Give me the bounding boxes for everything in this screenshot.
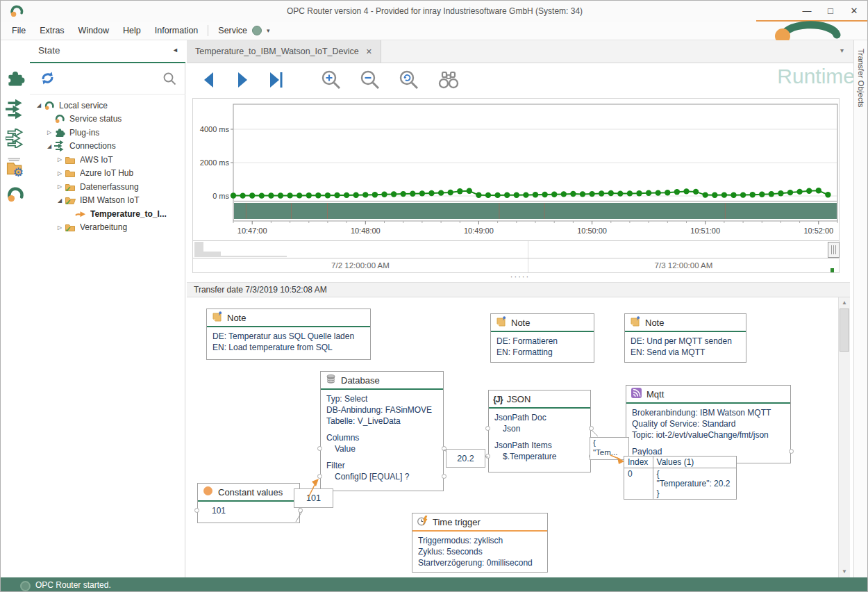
node-mqtt[interactable]: MqttBrokeranbindung: IBM Watson MQTTQual…	[626, 385, 791, 463]
expander-icon[interactable]: ◢	[55, 197, 65, 204]
node-body: DE: Temperatur aus SQL Quelle ladenEN: L…	[207, 327, 370, 356]
settings-module-icon[interactable]: ⚙	[6, 156, 25, 180]
scroll-down-icon[interactable]: ▼	[839, 566, 850, 577]
tree-item-connections[interactable]: ◢Connections	[30, 140, 185, 154]
zoom-out-icon[interactable]	[359, 69, 381, 91]
node-title: Database	[341, 375, 380, 386]
overview-position-marker	[831, 268, 834, 272]
node-header[interactable]: Note	[491, 314, 594, 332]
tree-item-datenerfassung[interactable]: ▷✓Datenerfassung	[30, 180, 185, 194]
menu-file[interactable]: File	[5, 22, 33, 40]
find-transfer-icon[interactable]	[437, 70, 460, 90]
transfer-objects-panel-tab[interactable]: Transfer Objects	[853, 40, 868, 577]
svg-text:✓: ✓	[65, 185, 72, 192]
node-header[interactable]: {J}JSON	[489, 390, 590, 409]
node-line: 101	[203, 505, 294, 516]
range-slider-handle[interactable]	[828, 242, 840, 258]
input-port[interactable]	[317, 474, 322, 479]
next-transfer-button[interactable]	[234, 71, 251, 89]
close-tab-icon[interactable]: ✕	[366, 47, 372, 56]
runtime-chart[interactable]: 0 ms2000 ms4000 ms10:47:0010:48:0010:49:…	[193, 99, 839, 241]
json-icon: {J}	[493, 394, 503, 404]
input-port[interactable]	[317, 446, 322, 451]
zoom-in-icon[interactable]	[320, 69, 342, 91]
last-transfer-button[interactable]	[267, 71, 285, 89]
node-note-load[interactable]: NoteDE: Temperatur aus SQL Quelle ladenE…	[206, 309, 371, 360]
tree-item-aws-iot[interactable]: ▷AWS IoT	[30, 153, 185, 167]
node-json[interactable]: {J}JSONJsonPath DocJsonJsonPath Items$.T…	[488, 390, 591, 472]
overview-date-right: 7/3 12:00:00 AM	[528, 258, 839, 272]
node-header[interactable]: Note	[207, 309, 370, 327]
search-icon[interactable]	[162, 71, 177, 89]
expander-icon[interactable]: ◢	[44, 143, 54, 149]
canvas-scrollbar[interactable]: ▲ ▼	[838, 297, 850, 577]
note-icon	[629, 315, 641, 329]
output-port[interactable]	[442, 474, 446, 479]
status-indicator-icon	[20, 581, 31, 591]
tree-item-temperature-to-i[interactable]: Temperature_to_I...	[30, 207, 185, 221]
node-line: Json	[494, 423, 585, 434]
menu-extras[interactable]: Extras	[33, 22, 71, 40]
node-header[interactable]: Time trigger	[412, 513, 547, 532]
node-database[interactable]: DatabaseTyp: SelectDB-Anbindung: FASinMO…	[320, 371, 444, 491]
input-port[interactable]	[194, 508, 199, 513]
output-port[interactable]	[589, 426, 594, 431]
node-header[interactable]: Note	[625, 314, 746, 332]
node-line: EN: Load temperature from SQL	[212, 342, 365, 353]
menu-separator	[208, 25, 208, 36]
input-port[interactable]	[485, 426, 490, 431]
time-range-selector[interactable]	[193, 240, 839, 258]
svg-text:⚙: ⚙	[13, 165, 24, 177]
expander-icon[interactable]: ▷	[55, 183, 65, 190]
transfers-module-icon[interactable]	[6, 99, 25, 122]
menu-window[interactable]: Window	[72, 22, 116, 40]
node-header[interactable]: Mqtt	[626, 386, 790, 404]
overview-histogram-bar	[203, 252, 221, 257]
node-note-send[interactable]: NoteDE: Und per MQTT sendenEN: Send via …	[624, 313, 746, 363]
menu-service[interactable]: Service ▾	[211, 26, 276, 35]
node-note-format[interactable]: NoteDE: FormatierenEN: Formatting	[490, 313, 594, 363]
menu-information[interactable]: Information	[148, 22, 206, 40]
folder-open-check-icon: ✓	[65, 195, 77, 206]
tab-temperature-transfer[interactable]: Temperature_to_IBM_Watson_IoT_Device ✕	[187, 40, 381, 63]
node-header[interactable]: Database	[321, 372, 443, 390]
overview-date-left: 7/2 12:00:00 AM	[193, 258, 528, 272]
output-port[interactable]	[298, 508, 303, 513]
templates-module-icon[interactable]	[6, 129, 25, 151]
tree-item-azure-iot-hub[interactable]: ▷Azure IoT Hub	[30, 167, 185, 181]
node-constant[interactable]: Constant values101	[197, 483, 300, 523]
plugins-module-icon[interactable]	[6, 69, 25, 91]
input-port[interactable]	[485, 454, 490, 459]
expander-icon[interactable]: ▷	[44, 129, 54, 135]
tree-item-verarbeitung[interactable]: ▷✓Verarbeitung	[30, 221, 185, 235]
tree-item-local-service[interactable]: ◢Local service	[30, 99, 185, 113]
node-line: Quality of Service: Standard	[632, 418, 785, 429]
node-title: Note	[645, 318, 664, 328]
inray-module-icon[interactable]	[6, 185, 25, 207]
tree-item-plug-ins[interactable]: ▷Plug-ins	[30, 126, 185, 140]
tab-strip: Temperature_to_IBM_Watson_IoT_Device ✕ ▾	[187, 40, 853, 63]
expander-icon[interactable]: ◢	[34, 102, 44, 108]
expander-icon[interactable]: ▷	[55, 170, 65, 176]
refresh-icon[interactable]	[38, 69, 57, 90]
tree-item-service-status[interactable]: Service status	[30, 113, 185, 126]
splitter-handle[interactable]: ·····	[187, 274, 853, 281]
expander-icon[interactable]: ▷	[55, 156, 65, 163]
scroll-up-icon[interactable]: ▲	[839, 297, 850, 308]
scrollbar-thumb[interactable]	[840, 309, 849, 352]
prev-transfer-button[interactable]	[201, 71, 217, 89]
node-trigger[interactable]: Time triggerTriggermodus: zyklischZyklus…	[412, 513, 548, 573]
node-header[interactable]: Constant values	[198, 484, 299, 502]
output-port[interactable]	[789, 449, 794, 454]
menu-help[interactable]: Help	[116, 22, 148, 40]
collapse-panel-icon[interactable]: ◄	[172, 47, 178, 54]
tree-item-ibm-watson-iot[interactable]: ◢✓IBM Watson IoT	[30, 194, 185, 208]
flow-diagram-canvas[interactable]: NoteDE: Temperatur aus SQL Quelle ladenE…	[187, 297, 838, 577]
database-icon	[325, 373, 337, 387]
node-line: $.Temperature	[494, 451, 585, 462]
tab-list-caret-icon[interactable]: ▾	[840, 47, 844, 54]
values-table-index: 0	[624, 468, 653, 500]
transfer-objects-label: Transfer Objects	[857, 49, 865, 108]
expander-icon[interactable]: ▷	[55, 224, 65, 231]
zoom-reset-icon[interactable]	[398, 69, 420, 91]
